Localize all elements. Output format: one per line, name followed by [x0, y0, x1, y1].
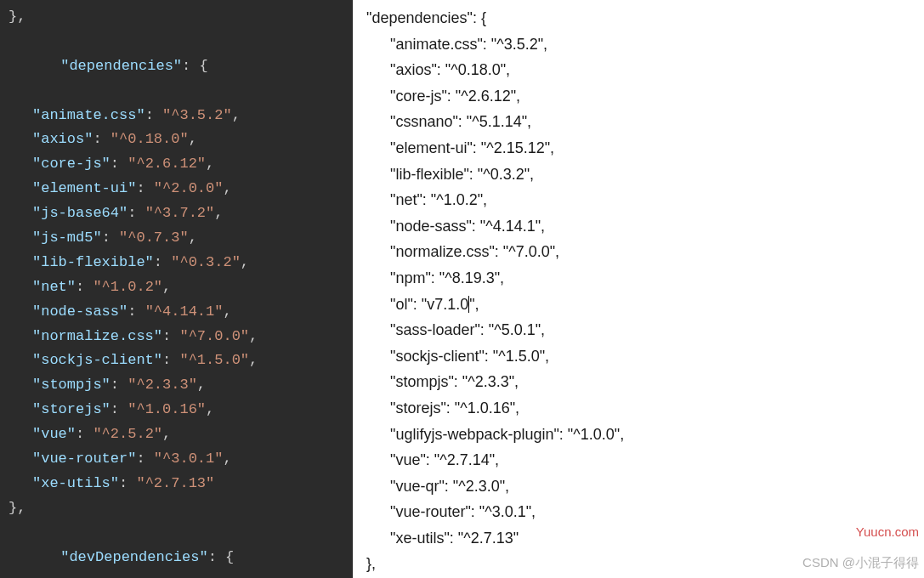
devdependencies-key-line: "devDependencies": { [9, 521, 353, 578]
dependency-entry: "stompjs": "^2.3.3", [363, 369, 924, 395]
dependency-entry: "vue": "^2.7.14", [363, 447, 924, 473]
dependency-entry: "core-js": "^2.6.12", [363, 83, 924, 110]
dependency-entry: "sass-loader": "^5.0.1", [363, 317, 924, 343]
dependency-entry: "axios": "^0.18.0", [9, 128, 353, 152]
dependency-entry: "cssnano": "^5.1.14", [363, 109, 924, 135]
dependency-entry: "animate.css": "^3.5.2", [9, 104, 353, 128]
dependency-entry: "core-js": "^2.6.12", [9, 152, 353, 177]
json-close-brace: }, [9, 5, 353, 30]
dependency-entry: "normalize.css": "^7.0.0", [363, 239, 924, 265]
dependency-entry: "element-ui": "^2.15.12", [363, 135, 924, 162]
dependency-entry: "uglifyjs-webpack-plugin": "^1.0.0", [363, 422, 924, 448]
json-close-brace: }, [363, 551, 924, 577]
code-comparison-view: }, "dependencies": { "animate.css": "^3.… [0, 0, 924, 578]
dependency-entry: "stompjs": "^2.3.3", [9, 373, 353, 398]
left-editor-pane[interactable]: }, "dependencies": { "animate.css": "^3.… [0, 0, 353, 578]
dependency-entry: "lib-flexible": "^0.3.2", [363, 162, 924, 188]
dependency-entry: "normalize.css": "^7.0.0", [9, 325, 353, 349]
dependency-entry: "node-sass": "^4.14.1", [363, 213, 924, 240]
dependency-entry: "lib-flexible": "^0.3.2", [9, 251, 353, 275]
dependency-entry: "storejs": "^1.0.16", [363, 395, 924, 422]
dependency-entry: "storejs": "^1.0.16", [9, 398, 353, 422]
right-editor-pane[interactable]: "dependencies": { "animate.css": "^3.5.2… [353, 0, 924, 578]
dependency-entry: "xe-utils": "^2.7.13" [363, 525, 924, 552]
dependency-entry: "vue-router": "^3.0.1", [9, 447, 353, 472]
dependency-entry: "net": "^1.0.2", [363, 187, 924, 213]
dependency-entry: "element-ui": "^2.0.0", [9, 177, 353, 201]
dependency-entry: "xe-utils": "^2.7.13" [9, 472, 353, 496]
dependencies-key-line: "dependencies": { [363, 5, 924, 31]
dependency-entry: "npm": "^8.19.3", [363, 265, 924, 292]
dependency-entry: "vue-router": "^3.0.1", [363, 499, 924, 525]
dependency-entry: "axios": "^0.18.0", [363, 57, 924, 83]
dependency-entry: "sockjs-client": "^1.5.0", [363, 343, 924, 370]
dependency-entry: "node-sass": "^4.14.1", [9, 300, 353, 325]
dependencies-key-line: "dependencies": { [9, 30, 353, 104]
dependency-entry: "vue": "^2.5.2", [9, 422, 353, 447]
dependency-entry: "ol": "v7.1.0", [363, 292, 924, 318]
dependency-entry: "js-md5": "^0.7.3", [9, 226, 353, 251]
dependency-entry: "animate.css": "^3.5.2", [363, 31, 924, 58]
dependency-entry: "net": "^1.0.2", [9, 275, 353, 300]
dependency-entry: "vue-qr": "^2.3.0", [363, 473, 924, 500]
dependency-entry: "js-base64": "^3.7.2", [9, 201, 353, 226]
dependency-entry: "sockjs-client": "^1.5.0", [9, 348, 353, 373]
json-close-brace: }, [9, 496, 353, 521]
